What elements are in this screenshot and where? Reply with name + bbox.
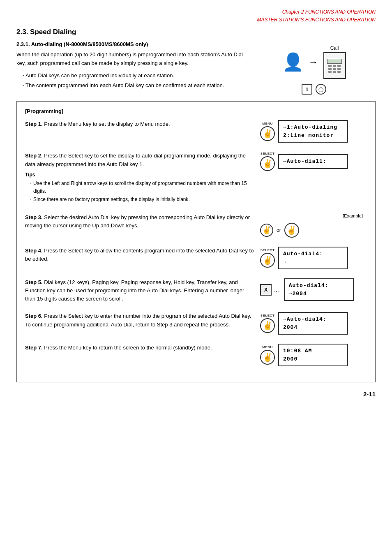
step-1-row: Step 1. Press the Menu key to set the di… (25, 120, 367, 143)
key-number-1: 1 (302, 84, 312, 95)
tip-1: Use the Left and Right arrow keys to scr… (28, 180, 256, 195)
step-6-right: SELECT ✌ →Auto-dial4: 2004 (260, 312, 367, 335)
step-1-right: MENU ✌ →1:Auto-dialing 2:Line monitor (260, 120, 367, 143)
step-2-row: Step 2. Press the Select key to set the … (25, 152, 367, 204)
step-6-label: Step 6. (25, 313, 43, 319)
page-number: 2-11 (16, 391, 376, 398)
step-7-display: 10:08 AM 2000 (278, 344, 348, 366)
menu-key-7: MENU ✌ (260, 345, 275, 365)
step-7-display-line2: 2000 (283, 355, 343, 363)
page-header: Chapter 2 FUNCTIONS AND OPERATION MASTER… (16, 8, 376, 24)
bullet-list: Auto Dial keys can be programmed individ… (21, 72, 244, 90)
step-4-content: Press the Select key to allow the conten… (25, 247, 254, 262)
step-2-label: Step 2. (25, 153, 43, 159)
subsection-title: 2.3.1. Auto-dialing (N-8000MS/8500MS/860… (16, 41, 244, 47)
header-line1: Chapter 2 FUNCTIONS AND OPERATION (16, 8, 376, 16)
tips-title: Tips (25, 171, 256, 179)
step-7-text: Step 7. Press the Menu key to return the… (25, 344, 256, 352)
example-label: [Example] (343, 213, 363, 218)
step-4-display: Auto-dial4: → (278, 247, 348, 269)
step-1-display-line2: 2:Line monitor (283, 132, 343, 140)
programming-box: [Programming] Step 1. Press the Menu key… (16, 101, 376, 382)
step-5-display-line1: Auto-dial4: (289, 282, 349, 290)
step-4-right: SELECT ✌ Auto-dial4: → (260, 247, 367, 269)
person-icon: 👤 (282, 53, 304, 71)
key-number-4: 4 ✌ (260, 224, 273, 237)
step-1-content: Press the Menu key to set the display to… (44, 121, 170, 127)
tips-list: Use the Left and Right arrow keys to scr… (28, 180, 256, 204)
step-5-label: Step 5. (25, 279, 43, 285)
step-1-display: →1:Auto-dialing 2:Line monitor (278, 120, 348, 143)
step-6-display: →Auto-dial4: 2004 (278, 312, 348, 335)
step-1-display-line1: →1:Auto-dialing (283, 123, 343, 132)
step-5-display-line2: →2004 (289, 290, 349, 298)
step-4-row: Step 4. Press the Select key to allow th… (25, 247, 367, 269)
step-2-right: SELECT ✌ →Auto-dial1: (260, 152, 367, 171)
step-6-display-line2: 2004 (283, 324, 343, 332)
circle-button-icon: ◯ (316, 84, 326, 95)
or-text: or (277, 227, 281, 233)
hand-key-alt: ✌ (284, 223, 299, 238)
step-3-text: Step 3. Select the desired Auto Dial key… (25, 213, 256, 230)
intro-text: When the dial operation (up to 20-digit … (16, 51, 244, 67)
call-label: Call (330, 45, 339, 51)
step-7-row: Step 7. Press the Menu key to return the… (25, 344, 367, 366)
step-2-display-line1: →Auto-dial1: (283, 157, 343, 166)
step-6-content: Press the Select key to enter the number… (25, 313, 251, 327)
tip-2: Since there are no factory program setti… (28, 196, 256, 204)
step-5-content: Dial keys (12 keys), Paging key, Paging … (25, 279, 244, 302)
select-key-4: SELECT ✌ (260, 248, 275, 268)
step-6-row: Step 6. Press the Select key to enter th… (25, 312, 367, 335)
step-4-display-line2: → (283, 258, 343, 266)
step-2-display: →Auto-dial1: (278, 154, 348, 169)
step-3-right: [Example] 4 ✌ or ✌ (260, 213, 367, 238)
step-7-label: Step 7. (25, 345, 43, 351)
step-5-right: X ... Auto-dial4: →2004 (260, 278, 367, 301)
call-diagram: 👤 → Call (252, 41, 376, 95)
step-5-row: Step 5. Dial keys (12 keys), Paging key,… (25, 278, 367, 303)
step-7-content: Press the Menu key to return the screen … (44, 345, 212, 351)
step-6-display-line1: →Auto-dial4: (283, 315, 343, 324)
step-7-display-line1: 10:08 AM (283, 347, 343, 355)
step-1-label: Step 1. (25, 121, 43, 127)
step-2-content: Press the Select key to set the display … (25, 153, 246, 167)
programming-title: [Programming] (25, 108, 367, 114)
step-6-text: Step 6. Press the Select key to enter th… (25, 312, 256, 328)
tips-box: Tips Use the Left and Right arrow keys t… (25, 171, 256, 204)
select-key-2: SELECT ✌ (260, 152, 275, 171)
step-3-label: Step 3. (25, 214, 43, 220)
top-left-content: 2.3.1. Auto-dialing (N-8000MS/8500MS/860… (16, 41, 244, 95)
bullet-item-1: Auto Dial keys can be programmed individ… (21, 72, 244, 80)
step-5-text: Step 5. Dial keys (12 keys), Paging key,… (25, 278, 256, 303)
step-4-label: Step 4. (25, 247, 43, 254)
x-key: X (260, 284, 272, 296)
step-1-text: Step 1. Press the Menu key to set the di… (25, 120, 256, 128)
step-2-text: Step 2. Press the Select key to set the … (25, 152, 256, 204)
arrow-right-icon: → (309, 56, 318, 68)
step-4-display-line1: Auto-dial4: (283, 250, 343, 258)
select-key-6: SELECT ✌ (260, 314, 275, 333)
fax-device-icon (323, 52, 346, 79)
step-3-content: Select the desired Auto Dial key by pres… (25, 214, 250, 229)
step-3-row: Step 3. Select the desired Auto Dial key… (25, 213, 367, 238)
header-line2: MASTER STATION'S FUNCTIONS AND OPERATION (16, 16, 376, 24)
top-section: 2.3.1. Auto-dialing (N-8000MS/8500MS/860… (16, 41, 376, 95)
section-title: 2.3. Speed Dialing (16, 28, 376, 36)
menu-key-1: MENU ✌ (260, 122, 275, 141)
bullet-item-2: The contents programmed into each Auto D… (21, 81, 244, 90)
step-4-text: Step 4. Press the Select key to allow th… (25, 247, 256, 263)
step-5-display: Auto-dial4: →2004 (284, 278, 354, 301)
dots-icon: ... (273, 287, 281, 293)
step-7-right: MENU ✌ 10:08 AM 2000 (260, 344, 367, 366)
